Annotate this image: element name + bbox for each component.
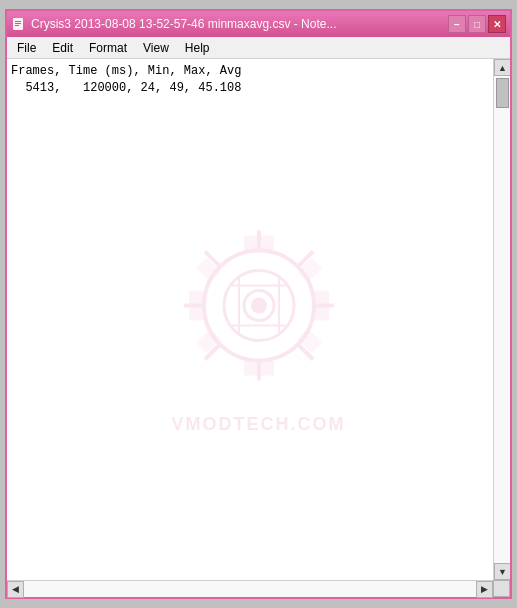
title-bar: Crysis3 2013-08-08 13-52-57-46 minmaxavg… bbox=[7, 11, 510, 37]
menu-edit[interactable]: Edit bbox=[44, 37, 81, 58]
main-window: Crysis3 2013-08-08 13-52-57-46 minmaxavg… bbox=[5, 9, 512, 599]
menu-file[interactable]: File bbox=[9, 37, 44, 58]
scroll-down-button[interactable]: ▼ bbox=[494, 563, 510, 580]
scroll-track-vertical[interactable] bbox=[494, 76, 510, 563]
minimize-button[interactable]: − bbox=[448, 15, 466, 33]
window-title: Crysis3 2013-08-08 13-52-57-46 minmaxavg… bbox=[31, 17, 336, 31]
close-button[interactable]: ✕ bbox=[488, 15, 506, 33]
menu-view[interactable]: View bbox=[135, 37, 177, 58]
scroll-right-button[interactable]: ▶ bbox=[476, 581, 493, 598]
scrollbar-horizontal[interactable]: ◀ ▶ bbox=[7, 580, 493, 597]
text-line-1: Frames, Time (ms), Min, Max, Avg bbox=[11, 63, 489, 80]
content-area: Frames, Time (ms), Min, Max, Avg 5413, 1… bbox=[7, 59, 510, 580]
scroll-track-horizontal[interactable] bbox=[24, 581, 476, 597]
title-bar-left: Crysis3 2013-08-08 13-52-57-46 minmaxavg… bbox=[11, 16, 336, 32]
scroll-up-button[interactable]: ▲ bbox=[494, 59, 510, 76]
text-editor[interactable]: Frames, Time (ms), Min, Max, Avg 5413, 1… bbox=[7, 59, 493, 580]
maximize-button[interactable]: □ bbox=[468, 15, 486, 33]
scrollbar-vertical[interactable]: ▲ ▼ bbox=[493, 59, 510, 580]
app-icon bbox=[11, 16, 27, 32]
menu-format[interactable]: Format bbox=[81, 37, 135, 58]
scroll-thumb-vertical[interactable] bbox=[496, 78, 509, 108]
scrollbar-corner bbox=[493, 580, 510, 597]
text-line-2: 5413, 120000, 24, 49, 45.108 bbox=[11, 80, 489, 97]
svg-rect-3 bbox=[15, 25, 19, 26]
bottom-bar: ◀ ▶ bbox=[7, 580, 510, 597]
svg-rect-2 bbox=[15, 23, 21, 24]
title-bar-buttons: − □ ✕ bbox=[448, 15, 506, 33]
menu-bar: File Edit Format View Help bbox=[7, 37, 510, 59]
svg-rect-1 bbox=[15, 21, 21, 22]
scroll-left-button[interactable]: ◀ bbox=[7, 581, 24, 598]
menu-help[interactable]: Help bbox=[177, 37, 218, 58]
